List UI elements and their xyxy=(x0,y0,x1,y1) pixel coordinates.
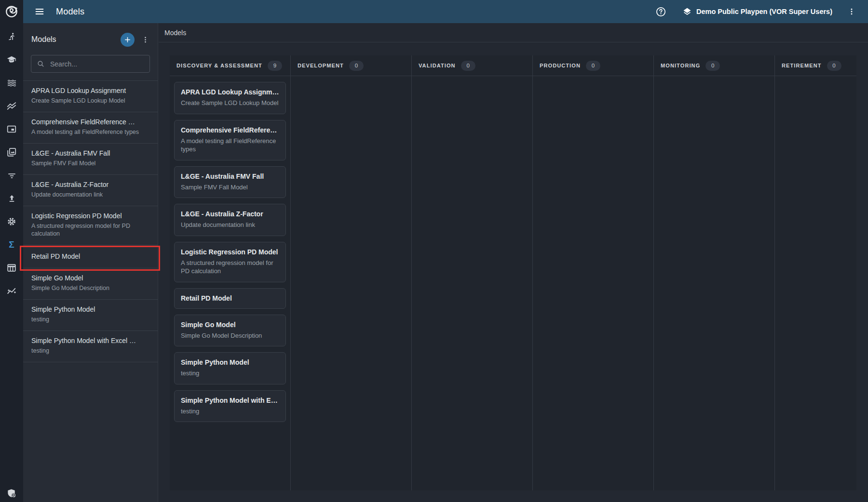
sidebar-title: Models xyxy=(31,35,121,44)
list-item[interactable]: Simple Go Model Simple Go Model Descript… xyxy=(23,268,158,300)
list-item[interactable]: Simple Python Model testing xyxy=(23,300,158,331)
column-retirement: RETIREMENT 0 xyxy=(775,55,856,490)
search-icon xyxy=(37,60,45,68)
sidebar-kebab-icon[interactable] xyxy=(137,32,153,47)
count-badge: 0 xyxy=(461,61,475,71)
column-label: DEVELOPMENT xyxy=(298,63,344,68)
kanban-board: DISCOVERY & ASSESSMENT 9 APRA LGD Lookup… xyxy=(170,55,856,490)
model-list: APRA LGD Lookup Assignment Create Sample… xyxy=(23,80,158,362)
stacked-lines-icon[interactable] xyxy=(0,94,23,118)
model-card[interactable]: L&GE - Australia FMV Fall Sample FMV Fal… xyxy=(174,166,286,198)
sigma-glyph: Σ xyxy=(9,239,14,250)
list-item[interactable]: APRA LGD Lookup Assignment Create Sample… xyxy=(23,81,158,112)
list-item[interactable]: L&GE - Australia FMV Fall Sample FMV Fal… xyxy=(23,144,158,175)
add-model-button[interactable] xyxy=(121,33,135,47)
photo-library-icon[interactable] xyxy=(0,141,23,164)
model-card[interactable]: Retail PD Model xyxy=(174,288,286,309)
sigma-icon[interactable]: Σ xyxy=(0,233,23,256)
upload-icon[interactable] xyxy=(0,187,23,210)
list-item[interactable]: Simple Python Model with Excel … testing xyxy=(23,331,158,362)
top-header: Models Demo Public Playpen (VOR Super Us… xyxy=(23,0,868,23)
column-monitoring: MONITORING 0 xyxy=(654,55,775,490)
run-icon[interactable] xyxy=(0,25,23,48)
header-kebab-icon[interactable] xyxy=(843,3,860,20)
workspace-selector[interactable]: Demo Public Playpen (VOR Super Users) xyxy=(682,7,832,16)
count-badge: 0 xyxy=(705,61,720,71)
layers-icon xyxy=(682,7,692,16)
list-item[interactable]: Comprehensive FieldReference … A model t… xyxy=(23,112,158,144)
count-badge: 0 xyxy=(827,61,841,71)
column-production: PRODUCTION 0 xyxy=(533,55,654,490)
insights-icon[interactable] xyxy=(0,279,23,303)
table-columns-icon[interactable] xyxy=(0,256,23,279)
count-badge: 9 xyxy=(268,61,282,71)
column-label: PRODUCTION xyxy=(540,63,581,68)
workspace-label: Demo Public Playpen (VOR Super Users) xyxy=(696,8,832,15)
model-card[interactable]: Simple Python Model with Excel… testing xyxy=(174,390,286,423)
model-card[interactable]: APRA LGD Lookup Assignment Create Sample… xyxy=(174,82,286,114)
model-card[interactable]: Logistic Regression PD Model A structure… xyxy=(174,242,286,282)
picture-in-picture-icon[interactable] xyxy=(0,118,23,141)
search-input[interactable] xyxy=(50,60,144,68)
help-icon[interactable] xyxy=(652,3,670,20)
breadcrumb[interactable]: Models xyxy=(164,29,186,37)
page-title: Models xyxy=(56,7,84,17)
column-label: RETIREMENT xyxy=(782,63,822,68)
column-discovery-assessment: DISCOVERY & ASSESSMENT 9 APRA LGD Lookup… xyxy=(170,55,291,490)
column-label: DISCOVERY & ASSESSMENT xyxy=(176,63,262,68)
hamburger-menu-icon[interactable] xyxy=(30,2,49,21)
column-label: VALIDATION xyxy=(419,63,456,68)
column-validation: VALIDATION 0 xyxy=(412,55,533,490)
main-content: Models DISCOVERY & ASSESSMENT 9 APRA LGD… xyxy=(159,23,868,502)
shield-user-icon[interactable] xyxy=(0,488,23,499)
graduation-cap-icon[interactable] xyxy=(0,48,23,71)
models-sidebar: Models APRA LGD Lookup Assignment Create… xyxy=(23,23,158,502)
count-badge: 0 xyxy=(349,61,364,71)
count-badge: 0 xyxy=(586,61,600,71)
icon-rail: Σ xyxy=(0,0,23,502)
gear-icon[interactable] xyxy=(0,210,23,233)
vor-logo-icon[interactable] xyxy=(0,0,23,23)
list-item-highlighted[interactable]: Retail PD Model xyxy=(23,245,158,268)
list-item[interactable]: L&GE - Australia Z-Factor Update documen… xyxy=(23,175,158,206)
search-box xyxy=(31,55,150,73)
column-development: DEVELOPMENT 0 xyxy=(291,55,412,490)
model-card[interactable]: Simple Python Model testing xyxy=(174,352,286,384)
column-label: MONITORING xyxy=(661,63,700,68)
model-card[interactable]: Comprehensive FieldReference … A model t… xyxy=(174,120,286,160)
list-item[interactable]: Logistic Regression PD Model A structure… xyxy=(23,206,158,246)
model-card[interactable]: Simple Go Model Simple Go Model Descript… xyxy=(174,315,286,347)
model-card[interactable]: L&GE - Australia Z-Factor Update documen… xyxy=(174,204,286,236)
waves-icon[interactable] xyxy=(0,71,23,94)
filter-list-icon[interactable] xyxy=(0,164,23,187)
